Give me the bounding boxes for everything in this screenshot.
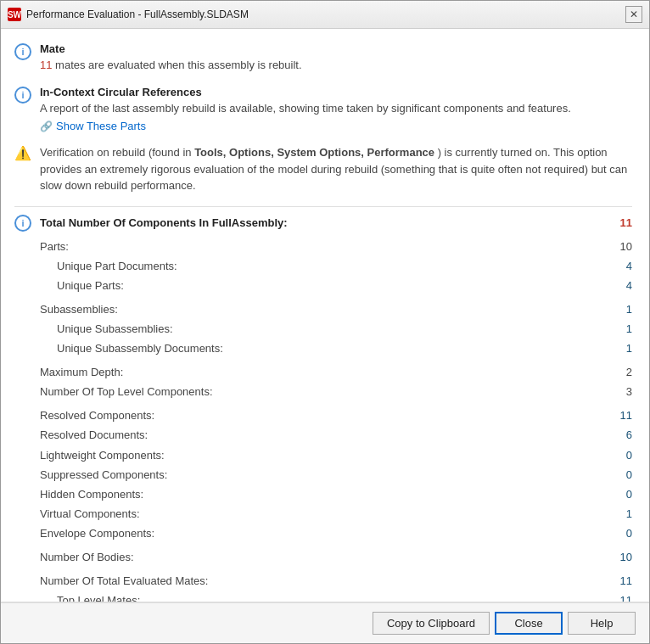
close-dialog-button[interactable]: Close <box>495 612 563 635</box>
divider <box>14 206 632 207</box>
unique-subassemblies-row: Unique Subassemblies: 1 <box>40 320 632 339</box>
unique-subassembly-docs-value: 1 <box>607 339 632 358</box>
bodies-value: 10 <box>607 548 632 567</box>
unique-subassembly-docs-row: Unique Subassembly Documents: 1 <box>40 339 632 358</box>
parts-row: Parts: 10 <box>40 238 632 256</box>
info-icon-stats: i <box>14 215 31 232</box>
unique-subassembly-docs-label: Unique Subassembly Documents: <box>40 339 223 358</box>
bodies-row: Number Of Bodies: 10 <box>40 548 632 567</box>
resolved-components-value: 11 <box>607 406 632 425</box>
resolved-documents-row: Resolved Documents: 6 <box>40 426 632 445</box>
warning-highlight: Tools, Options, System Options, Performa… <box>194 146 434 159</box>
max-depth-value: 2 <box>607 363 632 382</box>
top-mates-value: 11 <box>607 591 632 602</box>
help-button[interactable]: Help <box>568 612 636 635</box>
lightweight-value: 0 <box>607 446 632 465</box>
warning-text: Verification on rebuild (found in Tools,… <box>40 144 632 194</box>
top-level-row: Number Of Top Level Components: 3 <box>40 383 632 401</box>
main-window: SW Performance Evaluation - FullAssembly… <box>0 0 650 644</box>
bodies-group: Number Of Bodies: 10 <box>40 548 632 567</box>
envelope-label: Envelope Components: <box>40 524 154 543</box>
mates-group: Number Of Total Evaluated Mates: 11 Top … <box>40 572 632 602</box>
lightweight-row: Lightweight Components: 0 <box>40 446 632 465</box>
copy-to-clipboard-button[interactable]: Copy to Clipboard <box>373 612 490 635</box>
mate-section: i Mate 11 mates are evaluated when this … <box>14 42 632 74</box>
top-level-value: 3 <box>607 383 632 401</box>
hidden-label: Hidden Components: <box>40 485 143 504</box>
suppressed-row: Suppressed Components: 0 <box>40 466 632 484</box>
stats-content: Total Number Of Components In FullAssemb… <box>40 214 632 603</box>
content-area: i Mate 11 mates are evaluated when this … <box>1 29 649 602</box>
max-depth-row: Maximum Depth: 2 <box>40 363 632 382</box>
show-parts-link[interactable]: Show These Parts <box>56 120 146 132</box>
subassemblies-value: 1 <box>607 300 632 319</box>
link-row: 🔗 Show These Parts <box>40 120 632 132</box>
mate-text: 11 mates are evaluated when this assembl… <box>40 57 632 74</box>
total-mates-label: Number Of Total Evaluated Mates: <box>40 572 208 591</box>
subassemblies-label: Subassemblies: <box>40 300 118 319</box>
resolved-documents-label: Resolved Documents: <box>40 426 148 445</box>
top-mates-row: Top Level Mates: 11 <box>40 591 632 602</box>
unique-parts-row: Unique Parts: 4 <box>40 277 632 295</box>
unique-part-docs-value: 4 <box>607 257 632 276</box>
subassemblies-row: Subassemblies: 1 <box>40 300 632 319</box>
stats-section: i Total Number Of Components In FullAsse… <box>14 214 632 603</box>
virtual-row: Virtual Components: 1 <box>40 505 632 524</box>
unique-parts-label: Unique Parts: <box>40 277 124 295</box>
hidden-value: 0 <box>607 485 632 504</box>
top-level-label: Number Of Top Level Components: <box>40 383 213 401</box>
envelope-value: 0 <box>607 524 632 543</box>
warning-before: Verification on rebuild (found in <box>40 146 194 159</box>
in-context-section: i In-Context Circular References A repor… <box>14 86 632 133</box>
window-title: Performance Evaluation - FullAssembly.SL… <box>26 8 249 20</box>
suppressed-label: Suppressed Components: <box>40 466 167 484</box>
title-bar-left: SW Performance Evaluation - FullAssembly… <box>8 8 249 21</box>
mate-count: 11 <box>40 59 52 71</box>
depth-group: Maximum Depth: 2 Number Of Top Level Com… <box>40 363 632 401</box>
components-group: Resolved Components: 11 Resolved Documen… <box>40 406 632 543</box>
bodies-label: Number Of Bodies: <box>40 548 134 567</box>
mate-title: Mate <box>40 42 632 55</box>
mate-description: mates are evaluated when this assembly i… <box>55 59 301 71</box>
parts-label: Parts: <box>40 238 69 256</box>
mate-content: Mate 11 mates are evaluated when this as… <box>40 42 632 74</box>
unique-part-docs-row: Unique Part Documents: 4 <box>40 257 632 276</box>
unique-subassemblies-value: 1 <box>607 320 632 339</box>
resolved-components-row: Resolved Components: 11 <box>40 406 632 425</box>
footer: Copy to Clipboard Close Help <box>1 602 649 643</box>
info-icon-context: i <box>14 87 31 104</box>
unique-parts-value: 4 <box>607 277 632 295</box>
in-context-content: In-Context Circular References A report … <box>40 86 632 133</box>
in-context-title: In-Context Circular References <box>40 86 632 98</box>
unique-part-docs-label: Unique Part Documents: <box>40 257 177 276</box>
close-button[interactable]: ✕ <box>625 6 642 23</box>
suppressed-value: 0 <box>607 466 632 484</box>
warning-section: ⚠️ Verification on rebuild (found in Too… <box>14 144 632 194</box>
top-mates-label: Top Level Mates: <box>40 591 140 602</box>
lightweight-label: Lightweight Components: <box>40 446 165 465</box>
virtual-label: Virtual Components: <box>40 505 140 524</box>
in-context-text: A report of the last assembly rebuild is… <box>40 100 632 117</box>
total-label: Total Number Of Components In FullAssemb… <box>40 214 288 232</box>
link-icon: 🔗 <box>40 120 53 132</box>
parts-group: Parts: 10 Unique Part Documents: 4 Uniqu… <box>40 238 632 295</box>
warning-content: Verification on rebuild (found in Tools,… <box>40 144 632 194</box>
total-row: Total Number Of Components In FullAssemb… <box>40 214 632 232</box>
virtual-value: 1 <box>607 505 632 524</box>
warning-icon: ⚠️ <box>14 144 31 161</box>
total-mates-row: Number Of Total Evaluated Mates: 11 <box>40 572 632 591</box>
app-icon: SW <box>8 8 21 21</box>
resolved-components-label: Resolved Components: <box>40 406 154 425</box>
total-value: 11 <box>607 214 632 232</box>
unique-subassemblies-label: Unique Subassemblies: <box>40 320 173 339</box>
total-mates-value: 11 <box>607 572 632 591</box>
hidden-row: Hidden Components: 0 <box>40 485 632 504</box>
envelope-row: Envelope Components: 0 <box>40 524 632 543</box>
title-bar: SW Performance Evaluation - FullAssembly… <box>1 1 649 29</box>
parts-value: 10 <box>607 238 632 256</box>
subassemblies-group: Subassemblies: 1 Unique Subassemblies: 1… <box>40 300 632 358</box>
max-depth-label: Maximum Depth: <box>40 363 123 382</box>
resolved-documents-value: 6 <box>607 426 632 445</box>
info-icon-mate: i <box>14 43 31 60</box>
